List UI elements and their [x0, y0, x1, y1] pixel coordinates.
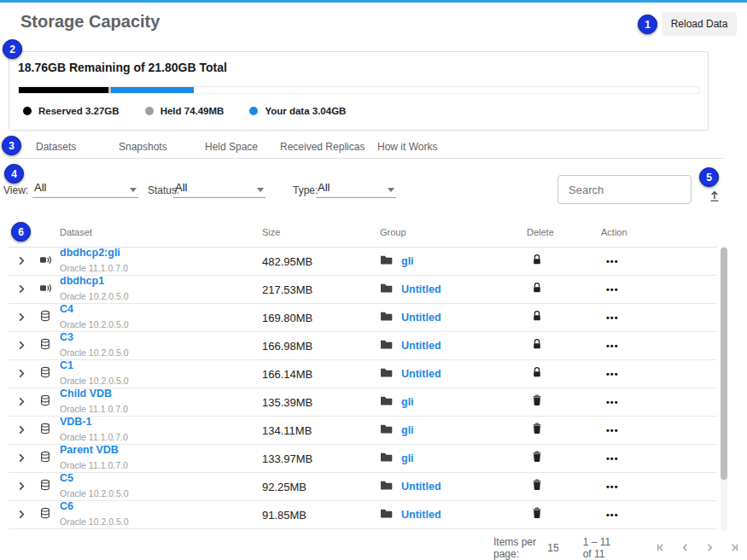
- chevron-right-icon: [17, 507, 26, 522]
- search-input[interactable]: [557, 175, 692, 204]
- expand-row-button[interactable]: [17, 479, 39, 494]
- dataset-engine-version: Oracle 10.2.0.5.0: [60, 291, 129, 301]
- row-actions-menu-button[interactable]: •••: [606, 256, 619, 266]
- delete-button[interactable]: [527, 394, 601, 410]
- chevron-down-icon: [257, 188, 264, 192]
- column-header-dataset: Dataset: [60, 227, 262, 237]
- tab-datasets[interactable]: Datasets: [36, 141, 119, 153]
- row-actions-menu-button[interactable]: •••: [606, 425, 619, 435]
- view-filter-select[interactable]: All: [32, 179, 138, 198]
- group-link[interactable]: Untitled: [401, 368, 441, 380]
- group-link[interactable]: gli: [401, 396, 414, 408]
- table-row: Child VDB Oracle 11.1.0.7.0 135.39MB gli: [9, 388, 717, 417]
- delete-button[interactable]: [527, 366, 601, 382]
- dataset-engine-version: Oracle 11.1.0.7.0: [60, 263, 128, 273]
- export-button[interactable]: [707, 189, 722, 204]
- reload-data-button[interactable]: Reload Data: [662, 12, 737, 36]
- lock-icon: [532, 310, 542, 325]
- expand-row-button[interactable]: [17, 507, 39, 522]
- delete-button[interactable]: [527, 479, 601, 494]
- dataset-link[interactable]: C5: [60, 473, 262, 485]
- last-page-button[interactable]: [728, 541, 741, 555]
- type-filter-label: Type:: [293, 184, 318, 196]
- expand-row-button[interactable]: [17, 282, 39, 297]
- legend-item-held: Held 74.49MB: [145, 106, 225, 116]
- column-header-action: Action: [601, 227, 717, 237]
- trash-icon: [532, 507, 542, 522]
- folder-icon: [380, 310, 393, 325]
- type-filter-select[interactable]: All: [316, 179, 396, 198]
- delete-button[interactable]: [527, 254, 601, 269]
- expand-row-button[interactable]: [17, 423, 39, 438]
- delete-button[interactable]: [527, 282, 601, 297]
- tab-how-it-works[interactable]: How it Works: [377, 141, 480, 153]
- group-link[interactable]: Untitled: [401, 312, 441, 324]
- group-link[interactable]: Untitled: [401, 509, 441, 521]
- expand-row-button[interactable]: [17, 366, 39, 382]
- row-actions-menu-button[interactable]: •••: [606, 341, 619, 351]
- capacity-card: 18.76GB Remaining of 21.80GB Total Reser…: [9, 51, 709, 131]
- storage-capacity-page: Storage Capacity Reload Data 18.76GB Rem…: [0, 0, 747, 560]
- row-actions-menu-button[interactable]: •••: [606, 510, 619, 520]
- view-filter-value: All: [34, 181, 46, 194]
- expand-row-button[interactable]: [17, 451, 39, 466]
- dataset-link[interactable]: VDB-1: [60, 417, 262, 429]
- row-actions-menu-button[interactable]: •••: [606, 397, 619, 407]
- dataset-engine-version: Oracle 11.1.0.7.0: [60, 404, 128, 414]
- folder-icon: [380, 423, 393, 438]
- callout-badge-5: 5: [699, 167, 719, 187]
- previous-page-button[interactable]: [679, 541, 692, 555]
- dataset-link[interactable]: Parent VDB: [60, 445, 262, 457]
- dataset-engine-version: Oracle 10.2.0.5.0: [60, 347, 129, 358]
- vdb-icon: [39, 479, 51, 494]
- capacity-summary: 18.76GB Remaining of 21.80GB Total: [18, 61, 227, 74]
- dataset-link[interactable]: C3: [60, 332, 262, 344]
- capacity-legend: Reserved 3.27GB Held 74.49MB Your data 3…: [23, 106, 346, 116]
- delete-button[interactable]: [527, 507, 601, 522]
- dataset-link[interactable]: Child VDB: [60, 388, 262, 400]
- dataset-link[interactable]: dbdhcp1: [60, 276, 262, 288]
- first-page-button[interactable]: [654, 541, 667, 555]
- tab-snapshots[interactable]: Snapshots: [119, 141, 205, 153]
- group-link[interactable]: Untitled: [401, 340, 441, 352]
- chevron-right-icon: [17, 366, 26, 382]
- row-actions-menu-button[interactable]: •••: [606, 481, 619, 492]
- folder-icon: [380, 366, 393, 382]
- dataset-link[interactable]: C4: [60, 304, 262, 316]
- row-actions-menu-button[interactable]: •••: [606, 312, 619, 323]
- group-link[interactable]: Untitled: [401, 283, 441, 295]
- vdb-icon: [39, 394, 51, 410]
- items-per-page-value[interactable]: 15: [547, 542, 558, 554]
- dataset-link[interactable]: C1: [60, 360, 262, 372]
- row-actions-menu-button[interactable]: •••: [606, 453, 619, 464]
- group-link[interactable]: gli: [401, 255, 414, 267]
- folder-icon: [380, 254, 393, 269]
- group-link[interactable]: gli: [401, 424, 414, 436]
- next-page-button[interactable]: [703, 541, 716, 555]
- top-accent-strip: [0, 0, 747, 3]
- expand-row-button[interactable]: [17, 338, 39, 353]
- status-filter-select[interactable]: All: [173, 179, 266, 198]
- delete-button[interactable]: [527, 423, 601, 438]
- delete-button[interactable]: [527, 338, 601, 353]
- tab-received-replicas[interactable]: Received Replicas: [280, 141, 377, 153]
- dataset-link[interactable]: C6: [60, 501, 262, 513]
- expand-row-button[interactable]: [17, 394, 39, 410]
- group-link[interactable]: gli: [401, 452, 414, 464]
- delete-button[interactable]: [527, 310, 601, 325]
- expand-row-button[interactable]: [17, 310, 39, 325]
- delete-button[interactable]: [527, 451, 601, 466]
- group-link[interactable]: Untitled: [401, 481, 441, 493]
- scrollbar-track[interactable]: [721, 246, 727, 531]
- table-row: C4 Oracle 10.2.0.5.0 169.80MB Untitled •…: [9, 304, 717, 332]
- vdb-icon: [39, 423, 51, 438]
- dataset-link[interactable]: dbdhcp2:gli: [60, 248, 262, 260]
- column-header-delete: Delete: [527, 227, 601, 237]
- expand-row-button[interactable]: [17, 254, 39, 269]
- scrollbar-thumb[interactable]: [721, 248, 727, 480]
- callout-badge-4: 4: [4, 164, 24, 184]
- row-actions-menu-button[interactable]: •••: [606, 369, 619, 379]
- callout-badge-1: 1: [638, 15, 657, 34]
- row-actions-menu-button[interactable]: •••: [606, 284, 619, 295]
- tab-held-space[interactable]: Held Space: [205, 141, 280, 153]
